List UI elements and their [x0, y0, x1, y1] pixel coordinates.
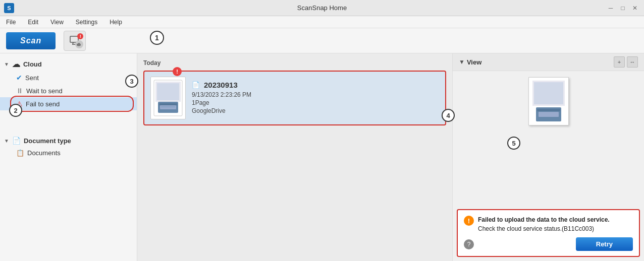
scan-title: 20230913	[204, 81, 238, 89]
sidebar-item-fail-label: Fail to send	[26, 100, 60, 108]
sidebar-document-label: Document type	[24, 137, 71, 145]
error-warning-icon: !	[464, 216, 474, 226]
step-1-annotation: 1	[150, 31, 164, 45]
right-panel: 4 5 ▼ View + ↔	[452, 53, 644, 261]
toolbar: Scan ! 1	[0, 28, 644, 53]
menu-help[interactable]: Help	[108, 18, 124, 27]
view-content	[453, 71, 644, 205]
document-type-icon: 📄	[12, 137, 21, 145]
main-layout: 2 3 ▼ ☁ Cloud ✔ Sent ⏸ Wait to send ⚠	[0, 53, 644, 261]
close-button[interactable]: ✕	[630, 4, 640, 13]
collapse-button[interactable]: ↔	[627, 56, 638, 68]
menu-file[interactable]: File	[4, 18, 18, 27]
scan-date: 9/13/2023 2:23:26 PM	[192, 91, 439, 98]
svg-rect-13	[159, 103, 177, 105]
sidebar-item-documents-label: Documents	[27, 149, 61, 157]
scan-thumbnail	[150, 77, 186, 119]
view-controls: + ↔	[614, 56, 638, 68]
cloud-section-label: Cloud	[23, 60, 42, 68]
cloud-section-icon: ☁	[12, 59, 20, 69]
step-4-annotation: 4	[442, 109, 455, 122]
menu-settings[interactable]: Settings	[74, 18, 99, 27]
scan-item[interactable]: ! 📄 20230913 9/	[143, 71, 446, 125]
collapse-triangle-icon: ▼	[4, 61, 9, 67]
retry-button[interactable]: Retry	[576, 237, 633, 251]
today-label: Today	[143, 59, 446, 67]
step-2-annotation: 2	[9, 104, 22, 117]
scan-warning-badge: !	[173, 67, 182, 76]
sidebar-cloud-section: ▼ ☁ Cloud ✔ Sent ⏸ Wait to send ⚠ Fail t…	[0, 57, 137, 110]
scan-button[interactable]: Scan	[6, 32, 56, 49]
svg-rect-17	[534, 82, 563, 104]
error-footer: ? Retry	[464, 237, 633, 251]
step-3-annotation: 3	[125, 75, 138, 88]
sidebar-item-wait-label: Wait to send	[26, 87, 63, 95]
doc-collapse-triangle-icon: ▼	[4, 138, 9, 144]
sidebar: 2 3 ▼ ☁ Cloud ✔ Sent ⏸ Wait to send ⚠	[0, 53, 137, 261]
title-bar: S ScanSnap Home ─ □ ✕	[0, 0, 644, 16]
documents-icon: 📋	[16, 149, 24, 157]
app-icon: S	[4, 3, 14, 13]
menu-edit[interactable]: Edit	[26, 18, 40, 27]
error-message-block: Failed to upload the data to the cloud s…	[478, 215, 610, 233]
window-title: ScanSnap Home	[297, 4, 347, 12]
error-panel: ! Failed to upload the data to the cloud…	[457, 209, 640, 257]
funnel-icon: ▼	[459, 58, 465, 66]
error-main-text: Failed to upload the data to the cloud s…	[478, 215, 610, 224]
step-5-annotation: 5	[507, 137, 520, 150]
sidebar-item-sent[interactable]: ✔ Sent	[0, 71, 137, 84]
menu-view[interactable]: View	[48, 18, 66, 27]
view-label: ▼ View	[459, 58, 481, 66]
error-header: ! Failed to upload the data to the cloud…	[464, 215, 633, 233]
sidebar-item-documents[interactable]: 📋 Documents	[0, 147, 137, 159]
svg-rect-20	[537, 109, 560, 111]
sidebar-document-section: ▼ 📄 Document type 📋 Documents	[0, 135, 137, 159]
svg-rect-12	[160, 105, 176, 109]
menu-bar: File Edit View Settings Help	[0, 16, 644, 28]
window-controls: ─ □ ✕	[606, 4, 640, 13]
svg-rect-10	[157, 83, 179, 100]
minimize-button[interactable]: ─	[606, 4, 616, 13]
view-header: ▼ View + ↔	[453, 53, 644, 71]
scan-title-row: 📄 20230913	[192, 81, 439, 89]
title-bar-left: S	[4, 3, 14, 13]
scan-destination: GoogleDrive	[192, 107, 439, 114]
scan-doc-icon: 📄	[192, 81, 200, 89]
scan-info: 📄 20230913 9/13/2023 2:23:26 PM 1Page Go…	[192, 81, 439, 115]
content-area: Today ! 📄 2023	[137, 53, 452, 261]
cloud-icon	[75, 40, 83, 48]
sidebar-item-wait-to-send[interactable]: ⏸ Wait to send	[0, 84, 137, 97]
scan-pages: 1Page	[192, 99, 439, 106]
error-detail-text: Check the cloud service status.(B11Cc003…	[478, 224, 610, 233]
preview-image	[528, 77, 569, 125]
svg-rect-19	[539, 112, 559, 117]
cloud-sync-button[interactable]: !	[64, 31, 86, 51]
expand-button[interactable]: +	[614, 56, 625, 68]
sidebar-cloud-header[interactable]: ▼ ☁ Cloud	[0, 57, 137, 71]
help-icon[interactable]: ?	[464, 239, 474, 249]
error-badge: !	[77, 33, 83, 39]
sidebar-document-header[interactable]: ▼ 📄 Document type	[0, 135, 137, 147]
maximize-button[interactable]: □	[618, 4, 628, 13]
sidebar-item-sent-label: Sent	[25, 74, 39, 82]
pause-icon: ⏸	[16, 87, 23, 95]
svg-point-7	[78, 43, 80, 45]
sent-check-icon: ✔	[16, 74, 22, 82]
